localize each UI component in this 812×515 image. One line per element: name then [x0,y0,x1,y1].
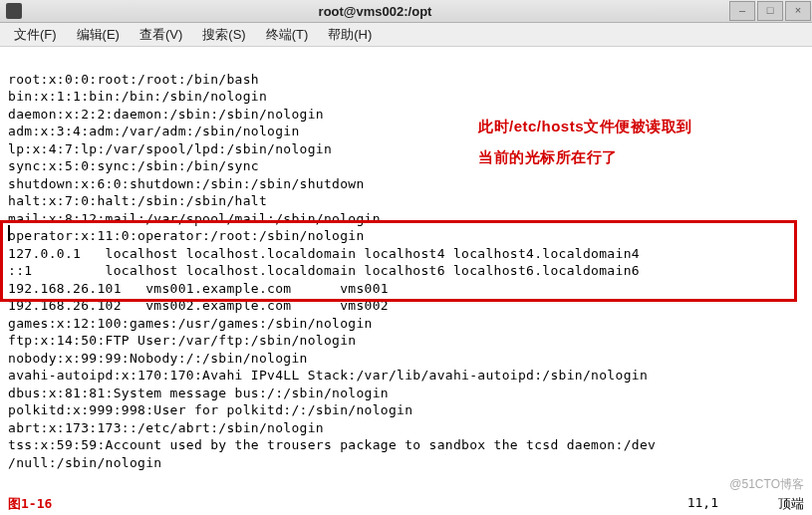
term-line: avahi-autoipd:x:170:170:Avahi IPv4LL Sta… [8,368,648,383]
term-line: dbus:x:81:81:System message bus:/:/sbin/… [8,386,389,400]
term-line: abrt:x:173:173::/etc/abrt:/sbin/nologin [8,420,324,435]
term-line: adm:x:3:4:adm:/var/adm:/sbin/nologin [8,124,300,138]
minimize-button[interactable]: – [729,1,755,21]
term-line: halt:x:7:0:halt:/sbin:/sbin/halt [8,193,267,208]
term-line: tss:x:59:59:Account used by the trousers… [8,437,656,452]
term-line: 192.168.26.101 vms001.example.com vms001 [8,281,389,296]
term-line: shutdown:x:6:0:shutdown:/sbin:/sbin/shut… [8,176,365,191]
term-line: 127.0.0.1 localhost localhost.localdomai… [8,246,640,261]
menu-help[interactable]: 帮助(H) [318,24,382,46]
window-controls: – □ × [728,1,812,21]
term-line: ::1 localhost localhost.localdomain loca… [8,263,640,278]
status-bar: 图1-16 11,1 顶端 [0,495,812,513]
annotation-note-1: 此时/etc/hosts文件便被读取到 [478,118,692,135]
term-line: games:x:12:100:games:/usr/games:/sbin/no… [8,316,373,331]
term-line: root:x:0:0:root:/root:/bin/bash [8,72,259,87]
menu-view[interactable]: 查看(V) [130,24,192,46]
maximize-button[interactable]: □ [757,1,783,21]
term-line: operator:x:11:0:operator:/root:/sbin/nol… [8,228,365,243]
term-line: mail:x:8:12:mail:/var/spool/mail:/sbin/n… [8,211,381,226]
window-title: root@vms002:/opt [22,4,728,19]
term-line: daemon:x:2:2:daemon:/sbin:/sbin/nologin [8,107,324,122]
term-line: bin:x:1:1:bin:/bin:/sbin/nologin [8,89,267,104]
terminal-view[interactable]: root:x:0:0:root:/root:/bin/bash bin:x:1:… [0,47,812,515]
term-line: nobody:x:99:99:Nobody:/:/sbin/nologin [8,351,308,366]
annotation-note-2: 当前的光标所在行了 [478,148,618,166]
term-line: ftp:x:14:50:FTP User:/var/ftp:/sbin/nolo… [8,333,356,348]
term-line: sync:x:5:0:sync:/sbin:/bin/sync [8,158,259,173]
menu-search[interactable]: 搜索(S) [192,24,255,46]
term-line: polkitd:x:999:998:User for polkitd:/:/sb… [8,402,412,417]
scroll-indicator: 顶端 [778,495,804,513]
term-line: 192.168.26.102 vms002.example.com vms002 [8,298,389,313]
window-titlebar: root@vms002:/opt – □ × [0,0,812,23]
close-button[interactable]: × [785,1,811,21]
term-line: /null:/sbin/nologin [8,455,161,470]
term-line: lp:x:4:7:lp:/var/spool/lpd:/sbin/nologin [8,141,332,156]
cursor-position: 11,1 [687,495,718,513]
menu-bar: 文件(F) 编辑(E) 查看(V) 搜索(S) 终端(T) 帮助(H) [0,23,812,47]
figure-label: 图1-16 [8,495,52,513]
watermark: @51CTO博客 [729,476,804,493]
menu-edit[interactable]: 编辑(E) [67,24,130,46]
menu-file[interactable]: 文件(F) [4,24,67,46]
menu-terminal[interactable]: 终端(T) [256,24,319,46]
terminal-icon [6,3,22,19]
text-cursor [8,225,10,241]
